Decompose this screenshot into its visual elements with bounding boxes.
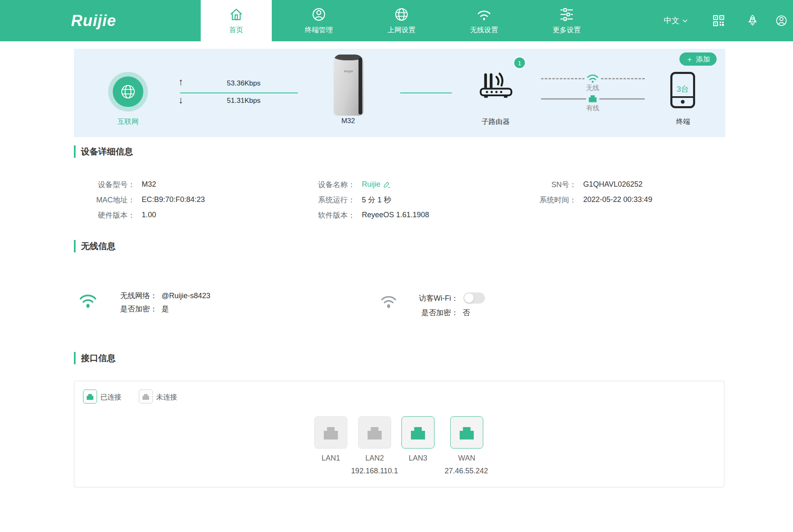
- ethernet-port-icon: [408, 424, 428, 441]
- tab-more-label: 更多设置: [553, 25, 581, 35]
- device-name-value[interactable]: Ruijie: [362, 180, 391, 189]
- connected-legend-icon: [83, 390, 97, 404]
- home-icon: [229, 7, 244, 22]
- device-info-column-1: 设备型号： M32 MAC地址： EC:B9:70:F0:84:23 硬件版本：…: [74, 177, 205, 223]
- main-router-image[interactable]: Ruijie: [334, 55, 363, 116]
- sub-router-count-badge: 1: [514, 57, 525, 68]
- tab-clients[interactable]: 终端管理: [283, 0, 354, 41]
- guest-wifi-info: 访客Wi-Fi： 是否加密： 否: [412, 291, 485, 320]
- port-lan3-label: LAN3: [401, 454, 434, 463]
- tab-clients-label: 终端管理: [305, 25, 333, 35]
- plus-icon: ＋: [686, 55, 693, 64]
- guest-encryption-row: 是否加密： 否: [412, 305, 485, 320]
- mac-address-row: MAC地址： EC:B9:70:F0:84:23: [74, 192, 205, 207]
- language-selector[interactable]: 中文: [664, 0, 688, 41]
- wired-legend-port-icon: [586, 93, 599, 104]
- hardware-version-row: 硬件版本： 1.00: [74, 207, 205, 223]
- user-circle-icon: [311, 7, 326, 22]
- qr-code-icon: [712, 14, 725, 27]
- terminal-count: 3台: [672, 84, 693, 95]
- primary-wifi-info: 无线网络： @Ruijie-s8423 是否加密： 是: [104, 289, 210, 316]
- brand-logo: Ruijie: [71, 0, 116, 41]
- upload-arrow-icon: ↑: [178, 76, 183, 88]
- globe-icon: [394, 7, 409, 22]
- sliders-icon: [559, 7, 574, 22]
- device-info-column-3: SN号： G1QHAVL026252 系统时间： 2022-05-22 00:3…: [471, 177, 652, 207]
- wireless-section-title: 无线信息: [74, 240, 116, 252]
- ethernet-port-icon: [365, 424, 385, 441]
- upload-speed: 53.36Kbps: [202, 79, 285, 88]
- wireless-legend-wifi-icon: [584, 71, 601, 85]
- lan-ip-address: 192.168.110.1: [342, 467, 408, 475]
- port-wan-label: WAN: [450, 454, 483, 463]
- language-label: 中文: [664, 15, 679, 26]
- interface-card: 已连接 未连接 LAN1 LAN2 LAN3 WAN 192.168.110.1…: [74, 381, 724, 487]
- sub-router-icon[interactable]: [479, 71, 513, 100]
- device-info-section-title: 设备详细信息: [74, 145, 133, 158]
- wan-ip-address: 27.46.55.242: [433, 467, 499, 475]
- guest-wifi-icon: [380, 293, 397, 310]
- tab-wireless-label: 无线设置: [470, 25, 498, 35]
- upgrade-button[interactable]: [746, 0, 759, 41]
- qr-code-button[interactable]: [712, 0, 725, 41]
- download-speed: 51.31Kbps: [202, 97, 285, 105]
- device-model-row: 设备型号： M32: [74, 177, 205, 192]
- guest-wifi-toggle[interactable]: [463, 292, 485, 304]
- wan-link-line: [180, 93, 298, 93]
- interface-info-title: 接口信息: [81, 352, 116, 364]
- disconnected-legend-label: 未连接: [156, 392, 177, 402]
- port-lan1[interactable]: [314, 416, 347, 449]
- top-nav-bar: Ruijie 首页 终端管理 上网设置 无线设置: [0, 0, 793, 41]
- uptime-row: 系统运行： 5 分 1 秒: [255, 192, 429, 207]
- tab-more-settings[interactable]: 更多设置: [531, 0, 602, 41]
- port-lan3[interactable]: [401, 416, 434, 449]
- terminal-node[interactable]: 3台: [670, 72, 695, 108]
- download-arrow-icon: ↓: [178, 94, 183, 106]
- account-icon: [775, 14, 788, 27]
- mesh-link-line: [400, 93, 452, 93]
- wireless-legend-label: 无线: [572, 84, 613, 93]
- wireless-info-title: 无线信息: [81, 240, 116, 252]
- tab-internet-label: 上网设置: [387, 25, 415, 35]
- main-router-label: M32: [319, 117, 377, 125]
- serial-number-row: SN号： G1QHAVL026252: [471, 177, 652, 192]
- tab-home[interactable]: 首页: [201, 0, 272, 41]
- device-info-column-2: 设备名称： Ruijie 系统运行： 5 分 1 秒 软件版本： ReyeeOS…: [255, 177, 429, 223]
- internet-globe-icon: [119, 83, 137, 100]
- internet-node[interactable]: [113, 76, 143, 107]
- port-lan2[interactable]: [358, 416, 391, 449]
- add-device-button[interactable]: ＋ 添加: [679, 52, 717, 66]
- wifi-icon: [476, 7, 492, 22]
- software-version-row: 软件版本： ReyeeOS 1.61.1908: [255, 207, 429, 223]
- ethernet-port-icon: [321, 424, 341, 441]
- tab-home-label: 首页: [229, 25, 243, 35]
- chevron-down-icon: [682, 19, 688, 23]
- edit-pencil-icon[interactable]: [383, 181, 391, 188]
- device-name-row: 设备名称： Ruijie: [255, 177, 429, 192]
- port-lan1-label: LAN1: [314, 454, 347, 463]
- internet-label: 互联网: [99, 117, 157, 126]
- connected-legend-label: 已连接: [100, 392, 121, 402]
- port-wan[interactable]: [450, 416, 483, 449]
- nav-tabs: 首页 终端管理 上网设置 无线设置 更多设置: [195, 0, 608, 41]
- rocket-icon: [746, 14, 759, 27]
- system-time-row: 系统时间： 2022-05-22 00:33:49: [471, 192, 652, 207]
- disconnected-legend-icon: [139, 390, 153, 404]
- tab-wireless-settings[interactable]: 无线设置: [449, 0, 520, 41]
- sub-router-label: 子路由器: [467, 117, 525, 126]
- terminal-label: 终端: [654, 117, 712, 126]
- guest-wifi-row: 访客Wi-Fi：: [412, 291, 485, 305]
- add-device-label: 添加: [696, 55, 710, 64]
- ssid-row: 无线网络： @Ruijie-s8423: [104, 289, 210, 302]
- interface-section-title: 接口信息: [74, 352, 116, 364]
- port-lan2-label: LAN2: [358, 454, 391, 463]
- primary-wifi-icon: [78, 292, 97, 310]
- topology-banner: 互联网 ↑ 53.36Kbps ↓ 51.31Kbps Ruijie M32 1…: [74, 49, 725, 137]
- encryption-row: 是否加密： 是: [104, 302, 210, 316]
- tab-internet-settings[interactable]: 上网设置: [366, 0, 437, 41]
- device-info-title: 设备详细信息: [81, 146, 133, 157]
- account-button[interactable]: [775, 0, 788, 41]
- wired-legend-label: 有线: [572, 104, 613, 113]
- ethernet-port-icon: [457, 424, 477, 441]
